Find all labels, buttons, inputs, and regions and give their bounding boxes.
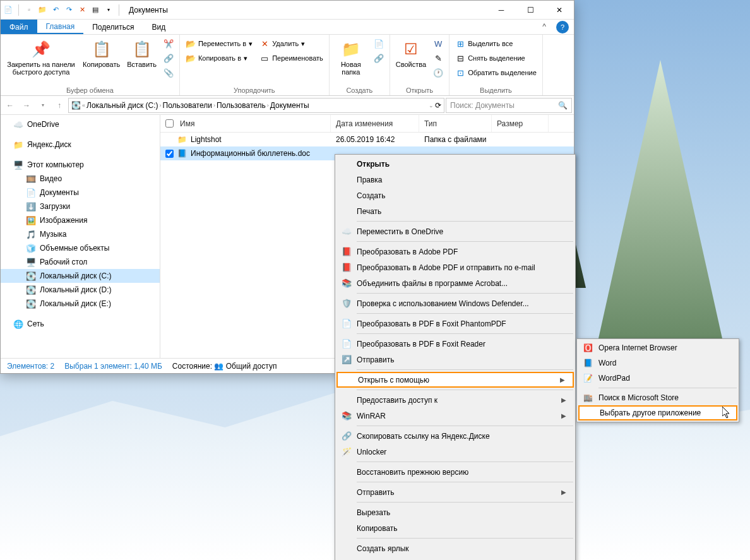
- pin-button[interactable]: 📌Закрепить на панели быстрого доступа: [4, 37, 78, 77]
- dropdown-icon[interactable]: ⌄: [429, 102, 434, 109]
- context-menu-item[interactable]: 🛡️Проверка с использованием Windows Defe…: [336, 295, 574, 311]
- select-all-checkbox[interactable]: [165, 119, 174, 128]
- context-menu-item[interactable]: 📄Преобразовать в PDF в Foxit PhantomPDF: [336, 316, 574, 331]
- breadcrumb-part[interactable]: Пользователь: [217, 101, 266, 110]
- ribbon-collapse-icon[interactable]: ^: [537, 20, 551, 34]
- sidebar-item[interactable]: 🌐Сеть: [1, 317, 160, 331]
- context-menu-item[interactable]: 📚Объединить файлы в программе Acrobat...: [336, 275, 574, 291]
- close-button[interactable]: ✕: [545, 1, 574, 20]
- tab-view[interactable]: Вид: [143, 20, 174, 34]
- paste-button[interactable]: 📋Вставить: [124, 37, 159, 69]
- submenu-item[interactable]: 📘Word: [578, 355, 737, 371]
- delete-icon[interactable]: ✕: [77, 5, 87, 15]
- back-button[interactable]: ←: [3, 98, 18, 113]
- sidebar-item[interactable]: 🖼️Изображения: [1, 213, 160, 227]
- context-menu-item[interactable]: Создать: [336, 188, 574, 203]
- easy-access-button[interactable]: 🔗: [371, 51, 386, 65]
- history-button[interactable]: 🕐: [431, 66, 446, 80]
- context-menu-item[interactable]: 📕Преобразовать в Adobe PDF: [336, 244, 574, 259]
- sidebar-item[interactable]: 📄Документы: [1, 186, 160, 200]
- invert-select-button[interactable]: ⊡Обратить выделение: [453, 66, 539, 80]
- context-menu-item[interactable]: Отправить▶: [336, 484, 574, 500]
- file-row[interactable]: 📁Lightshot 26.05.2019 16:42 Папка с файл…: [160, 133, 574, 146]
- context-menu-item[interactable]: ↗️Отправить: [336, 352, 574, 367]
- edit-button[interactable]: ✎: [431, 51, 446, 65]
- copypath-button[interactable]: 🔗: [161, 51, 176, 65]
- submenu-item[interactable]: 📝WordPad: [578, 371, 737, 386]
- context-menu-item[interactable]: Открыть с помощью▶: [336, 372, 574, 388]
- submenu-item[interactable]: 🏬Поиск в Microsoft Store: [578, 390, 737, 405]
- col-name[interactable]: Имя: [180, 119, 194, 128]
- submenu-item[interactable]: Выбрать другое приложение: [578, 405, 737, 420]
- up-button[interactable]: ↑: [52, 98, 67, 113]
- new-item-button[interactable]: 📄: [371, 37, 386, 51]
- properties-icon[interactable]: 📄: [3, 5, 13, 15]
- redo-icon[interactable]: ↷: [64, 5, 74, 15]
- sidebar-item[interactable]: 🖥️Этот компьютер: [1, 158, 160, 172]
- context-menu-item[interactable]: 🪄Unlocker: [336, 444, 574, 460]
- rename-icon[interactable]: ▤: [90, 5, 100, 15]
- context-menu-item[interactable]: 📕Преобразовать в Adobe PDF и отправить п…: [336, 259, 574, 275]
- new-tab-icon[interactable]: ▫️: [24, 5, 34, 15]
- folder-icon[interactable]: 📁: [37, 5, 47, 15]
- select-all-button[interactable]: ⊞Выделить все: [453, 37, 539, 51]
- context-menu-item[interactable]: Открыть: [336, 156, 574, 172]
- maximize-button[interactable]: ☐: [516, 1, 545, 20]
- breadcrumb-part[interactable]: Пользователи: [163, 101, 212, 110]
- dropdown-icon[interactable]: ▾: [104, 5, 114, 15]
- select-none-button[interactable]: ⊟Снять выделение: [453, 51, 539, 65]
- paste-shortcut-button[interactable]: 📎: [161, 66, 176, 80]
- undo-icon[interactable]: ↶: [51, 5, 61, 15]
- cut-button[interactable]: ✂️: [161, 37, 176, 51]
- sidebar-item[interactable]: ⬇️Загрузки: [1, 200, 160, 213]
- sidebar-item[interactable]: 📁Яндекс.Диск: [1, 138, 160, 152]
- row-checkbox[interactable]: [165, 150, 174, 158]
- forward-button[interactable]: →: [19, 98, 34, 113]
- breadcrumb-part[interactable]: Документы: [270, 101, 309, 110]
- col-type[interactable]: Тип: [419, 115, 492, 132]
- submenu-item[interactable]: 🅾️Opera Internet Browser: [578, 340, 737, 355]
- context-menu-item[interactable]: Создать ярлык: [336, 540, 574, 556]
- moveto-button[interactable]: 📂Переместить в ▾: [183, 37, 255, 51]
- context-menu-item[interactable]: Печать: [336, 203, 574, 219]
- titlebar[interactable]: 📄 ▫️ 📁 ↶ ↷ ✕ ▤ ▾ Документы ─ ☐ ✕: [1, 1, 574, 20]
- copy-button[interactable]: 📋Копировать: [80, 37, 122, 69]
- minimize-button[interactable]: ─: [487, 1, 516, 20]
- navigation-sidebar[interactable]: ☁️OneDrive📁Яндекс.Диск🖥️Этот компьютер🎞️…: [1, 115, 160, 358]
- refresh-icon[interactable]: ⟳: [435, 101, 441, 110]
- open-button[interactable]: W: [431, 37, 446, 51]
- breadcrumb-part[interactable]: Локальный диск (C:): [86, 101, 158, 110]
- tab-home[interactable]: Главная: [37, 20, 84, 34]
- sidebar-item[interactable]: 🧊Объемные объекты: [1, 241, 160, 255]
- search-input[interactable]: Поиск: Документы 🔍: [446, 98, 572, 113]
- sidebar-item[interactable]: 🖥️Рабочий стол: [1, 255, 160, 269]
- sidebar-item[interactable]: 💽Локальный диск (E:): [1, 297, 160, 311]
- sidebar-item[interactable]: 💽Локальный диск (C:): [1, 269, 160, 283]
- context-menu-item[interactable]: 📄Преобразовать в PDF в Foxit Reader: [336, 336, 574, 352]
- context-menu-item[interactable]: ☁️Переместить в OneDrive: [336, 223, 574, 239]
- context-menu-item[interactable]: Вырезать: [336, 504, 574, 520]
- col-date[interactable]: Дата изменения: [331, 115, 419, 132]
- sidebar-item[interactable]: ☁️OneDrive: [1, 117, 160, 131]
- delete-button[interactable]: ✕Удалить ▾: [257, 37, 326, 51]
- file-menu[interactable]: Файл: [1, 20, 37, 34]
- sidebar-item[interactable]: 💽Локальный диск (D:): [1, 283, 160, 297]
- context-menu-item[interactable]: 📚WinRAR▶: [336, 408, 574, 424]
- col-size[interactable]: Размер: [492, 115, 549, 132]
- rename-button[interactable]: ▭Переименовать: [257, 51, 326, 65]
- context-menu-item[interactable]: Копировать: [336, 520, 574, 536]
- sidebar-item[interactable]: 🎞️Видео: [1, 172, 160, 186]
- context-menu-item[interactable]: Правка: [336, 172, 574, 188]
- context-menu-item[interactable]: Восстановить прежнюю версию: [336, 464, 574, 480]
- tab-share[interactable]: Поделиться: [83, 20, 143, 34]
- breadcrumb[interactable]: 💽 « Локальный диск (C:) › Пользователи ›…: [68, 98, 444, 113]
- context-menu-item[interactable]: 🔗Скопировать ссылку на Яндекс.Диске: [336, 428, 574, 444]
- context-menu-item[interactable]: Предоставить доступ к▶: [336, 392, 574, 408]
- new-folder-button[interactable]: 📁Новая папка: [333, 37, 369, 77]
- sidebar-item[interactable]: 🎵Музыка: [1, 227, 160, 241]
- context-menu-item[interactable]: Удалить: [336, 556, 574, 560]
- recent-button[interactable]: ▾: [35, 98, 51, 113]
- copyto-button[interactable]: 📂Копировать в ▾: [183, 51, 255, 65]
- properties-button[interactable]: ☑Свойства: [393, 37, 429, 69]
- help-icon[interactable]: ?: [556, 21, 569, 33]
